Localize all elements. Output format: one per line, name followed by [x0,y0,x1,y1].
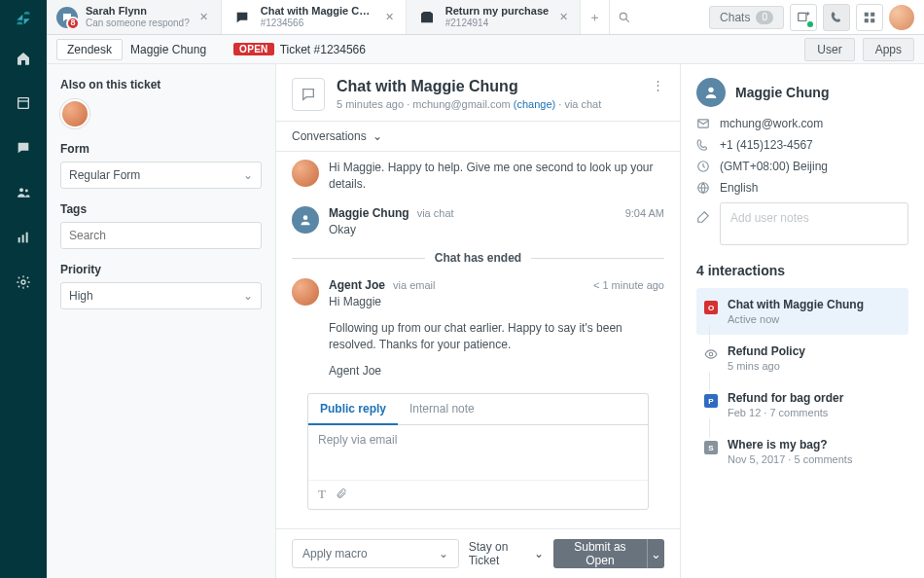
view-user-tab[interactable]: User [804,38,854,61]
svg-rect-13 [865,12,869,16]
message-via: via chat [417,207,454,219]
interaction-item[interactable]: OChat with Maggie ChungActive now [696,288,908,335]
status-dot [807,21,813,27]
conversations-toggle[interactable]: Conversations⌄ [276,122,680,152]
ticket-more-button[interactable]: ⋮ [652,78,664,92]
chat-icon [231,7,253,28]
ticket-footer: Apply macro⌄ Stay on Ticket⌄ Submit as O… [276,528,680,578]
ticket-id: Ticket #1234566 [280,43,366,56]
close-icon[interactable]: ✕ [383,11,396,24]
submit-options-button[interactable]: ⌄ [647,539,664,568]
current-user-avatar[interactable] [889,5,914,30]
text-format-button[interactable]: T [318,487,326,503]
stay-on-ticket-toggle[interactable]: Stay on Ticket⌄ [469,540,544,567]
tab-title: Sarah Flynn [86,5,190,18]
svg-rect-15 [865,18,869,22]
svg-rect-4 [18,237,20,242]
svg-rect-0 [18,98,29,109]
user-notes-input[interactable]: Add user notes [720,202,908,245]
tab-subtitle: Can someone respond? [86,18,190,29]
message-item: Hi Maggie. Happy to help. Give me one se… [292,160,664,193]
user-avatar-icon: 8 [56,7,78,28]
apps-grid-button[interactable] [856,4,883,31]
svg-point-8 [620,13,626,19]
eye-icon [704,347,718,361]
nav-customers[interactable] [4,173,43,212]
message-text: Hi Maggie [329,294,664,310]
chats-count: 0 [756,11,773,24]
requester-avatar [696,78,726,107]
clock-icon [696,160,710,173]
call-button[interactable] [823,4,850,31]
interaction-title: Refund for bag order [728,391,843,405]
message-signature: Agent Joe [329,363,664,379]
svg-rect-16 [871,18,874,22]
tab-subtitle: #2124914 [445,18,549,29]
breadcrumb-user[interactable]: Maggie Chung [130,39,216,60]
nav-views[interactable] [4,84,43,123]
reply-composer: Public reply Internal note Reply via ema… [307,393,649,510]
nav-admin[interactable] [4,263,43,302]
status-badge: OPEN [233,43,274,55]
requester-name: Maggie Chung [735,85,829,100]
tab-return-purchase[interactable]: Return my purchase#2124914 ✕ [407,0,581,34]
message-time: < 1 minute ago [593,279,664,291]
add-tab-button[interactable]: ＋ [581,0,610,34]
tab-title: Return my purchase [445,5,549,18]
tab-sarah-flynn[interactable]: 8 Sarah FlynnCan someone respond? ✕ [47,0,222,34]
attach-button[interactable] [336,487,347,503]
phone-icon [696,138,710,152]
globe-icon [696,181,710,195]
message-author: Agent Joe [329,278,385,292]
interaction-title: Where is my bag? [728,438,852,452]
submit-button[interactable]: Submit as Open [553,539,648,568]
search-tabs-button[interactable] [610,0,639,34]
channel-icon [292,78,325,111]
form-label: Form [60,142,262,156]
priority-select[interactable]: High⌄ [60,282,262,309]
priority-label: Priority [60,263,262,276]
svg-point-22 [709,352,713,356]
interaction-item[interactable]: SWhere is my bag?Nov 5, 2017 · 5 comment… [696,428,908,475]
svg-point-17 [303,215,308,220]
nav-home[interactable] [4,39,43,78]
message-thread: Hi Maggie. Happy to help. Give me one se… [276,152,680,528]
interactions-heading: 4 interactions [696,263,908,278]
reply-textarea[interactable]: Reply via email [308,425,648,480]
tags-label: Tags [60,202,262,216]
form-select[interactable]: Regular Form⌄ [60,162,262,189]
change-requester-link[interactable]: (change) [514,98,555,110]
user-context-panel: Maggie Chung mchung@work.com +1 (415)123… [681,64,924,578]
apply-macro-select[interactable]: Apply macro⌄ [292,539,459,568]
public-reply-tab[interactable]: Public reply [308,394,398,425]
interaction-item[interactable]: Refund Policy5 mins ago [696,335,908,381]
compose-button[interactable] [790,4,817,31]
close-icon[interactable]: ✕ [556,11,570,24]
chevron-down-icon: ⌄ [373,129,382,143]
svg-rect-10 [799,13,806,20]
tab-subtitle: #1234566 [261,18,375,29]
tags-input[interactable] [60,222,262,249]
message-via: via email [393,279,435,291]
svg-point-18 [708,88,713,92]
internal-note-tab[interactable]: Internal note [398,394,486,424]
chevron-down-icon: ⌄ [534,547,544,560]
status-badge: O [704,301,718,314]
user-phone-row: +1 (415)123-4567 [696,138,908,152]
view-apps-tab[interactable]: Apps [863,38,914,61]
chats-label: Chats [720,11,750,24]
notification-badge: 8 [66,17,80,30]
close-icon[interactable]: ✕ [197,11,211,24]
chevron-down-icon: ⌄ [439,547,448,560]
collaborator-avatar[interactable] [60,99,89,128]
nav-reporting[interactable] [4,218,43,257]
chats-indicator[interactable]: Chats0 [709,6,784,29]
user-avatar [292,206,319,234]
status-badge: S [704,441,718,454]
interaction-title: Chat with Maggie Chung [728,298,864,311]
interaction-item[interactable]: PRefund for bag orderFeb 12 · 7 comments [696,381,908,428]
nav-chat[interactable] [4,128,43,167]
tab-chat-maggie[interactable]: Chat with Maggie Chung#1234566 ✕ [222,0,407,34]
breadcrumb-app[interactable]: Zendesk [56,39,123,60]
message-time: 9:04 AM [625,207,664,219]
